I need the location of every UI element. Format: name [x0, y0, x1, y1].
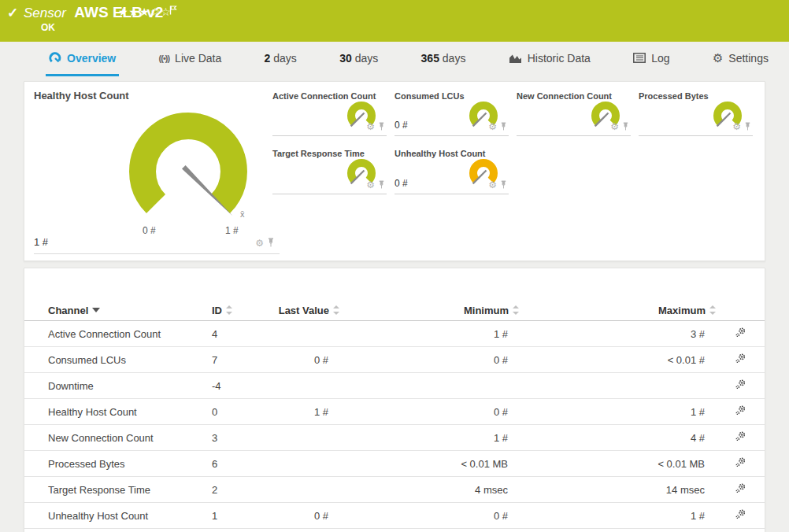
priority-stars[interactable]: ★★★☆☆: [118, 6, 172, 18]
overview-gauges-panel: Healthy Host Count 0 # 1 # x̄ 1 # ⚙ Acti…: [24, 81, 765, 261]
tab-30-days[interactable]: 30 days: [336, 42, 381, 76]
small-gauge-unhealthy-host-count: Unhealthy Host Count 0 # ⚙: [394, 149, 509, 194]
tab-log[interactable]: Log: [630, 42, 672, 76]
gauge-current-value: 0 #: [394, 178, 408, 189]
table-row[interactable]: Unhealthy Host Count 1 0 # 0 # 1 #: [24, 503, 765, 529]
tab-historic-data[interactable]: Historic Data: [506, 42, 594, 76]
channel-maximum: 14 msec: [519, 484, 716, 496]
table-row[interactable]: Processed Bytes 6 < 0.01 MB < 0.01 MB: [24, 451, 765, 477]
sort-icon: [225, 305, 232, 315]
channel-name[interactable]: Target Response Time: [24, 484, 212, 496]
tab-label: days: [273, 52, 297, 65]
pin-icon[interactable]: [500, 120, 507, 134]
tab-overview[interactable]: Overview: [46, 42, 119, 76]
small-gauge-target-response-time: Target Response Time ⚙: [272, 149, 387, 194]
tab-label-prefix: 30: [339, 52, 352, 65]
channel-maximum: 3 #: [519, 328, 716, 340]
channel-name[interactable]: Active Connection Count: [24, 328, 212, 340]
table-row[interactable]: Consumed LCUs 7 0 # 0 # < 0.01 #: [24, 347, 765, 373]
live-data-icon: ((•)): [159, 54, 170, 63]
edit-channel-icon[interactable]: [735, 508, 746, 523]
channel-name[interactable]: Unhealthy Host Count: [24, 510, 212, 522]
channel-maximum: 4 #: [519, 432, 716, 444]
gauge-current-value: 0 #: [394, 120, 408, 131]
channel-table-panel: Channel ID Last Value Minimum Maximum Ac…: [24, 268, 765, 532]
sort-desc-icon: [92, 308, 100, 312]
tab-label-prefix: 365: [421, 52, 439, 65]
tab-365-days[interactable]: 365 days: [418, 42, 469, 76]
pin-icon[interactable]: [744, 120, 751, 134]
channel-maximum: < 0.01 #: [519, 354, 716, 366]
channel-table: Channel ID Last Value Minimum Maximum Ac…: [24, 268, 765, 529]
channel-name[interactable]: Downtime: [24, 380, 212, 392]
stars-empty[interactable]: ☆☆: [150, 6, 172, 18]
channel-id: 3: [212, 432, 257, 444]
sensor-header: ✓ Sensor AWS ELB v2 ★★★☆☆ OK: [0, 0, 789, 42]
channel-minimum: 0 #: [339, 354, 519, 366]
table-row[interactable]: New Connection Count 3 1 # 4 #: [24, 425, 765, 451]
small-gauge-consumed-lcus: Consumed LCUs 0 # ⚙: [394, 91, 509, 136]
log-icon: [633, 53, 646, 63]
column-header-id[interactable]: ID: [212, 305, 257, 316]
edit-channel-icon[interactable]: [735, 353, 746, 367]
column-header-maximum[interactable]: Maximum: [519, 305, 716, 316]
edit-channel-icon[interactable]: [735, 327, 746, 341]
gauge-scale-min: 0 #: [143, 225, 156, 236]
table-row[interactable]: Healthy Host Count 0 1 # 0 # 1 #: [24, 399, 765, 425]
tab-label: Historic Data: [528, 52, 591, 65]
tab-settings[interactable]: ⚙ Settings: [709, 42, 772, 76]
channel-last-value: 0 #: [257, 354, 339, 366]
status-check-icon: ✓: [7, 5, 18, 21]
sort-icon: [709, 305, 716, 315]
channel-minimum: < 0.01 MB: [339, 458, 519, 470]
gauge-settings-gear-icon[interactable]: ⚙: [610, 122, 619, 131]
tab-label: Settings: [728, 52, 769, 65]
tab-label-prefix: 2: [265, 52, 271, 65]
gauge-settings-gear-icon[interactable]: ⚙: [488, 180, 497, 190]
gauge-settings-gear-icon[interactable]: ⚙: [366, 122, 375, 131]
pin-icon[interactable]: [267, 236, 275, 250]
sort-icon: [332, 305, 339, 315]
stars-filled[interactable]: ★★★: [118, 6, 150, 18]
tab-2-days[interactable]: 2 days: [261, 42, 300, 76]
edit-channel-icon[interactable]: [735, 379, 746, 393]
pin-icon[interactable]: [622, 120, 629, 134]
pin-icon[interactable]: [378, 178, 385, 192]
edit-channel-icon[interactable]: [735, 430, 746, 445]
gauge-settings-gear-icon[interactable]: ⚙: [255, 238, 264, 248]
channel-last-value: 1 #: [257, 406, 339, 418]
channel-minimum: 0 #: [339, 406, 519, 418]
channel-id: 2: [212, 484, 257, 496]
channel-minimum: 0 #: [339, 510, 519, 522]
channel-name[interactable]: Healthy Host Count: [24, 406, 212, 418]
tab-label: Overview: [67, 52, 116, 65]
channel-name[interactable]: New Connection Count: [24, 432, 212, 444]
small-gauge-processed-bytes: Processed Bytes ⚙: [639, 91, 753, 136]
gauge-settings-gear-icon[interactable]: ⚙: [732, 122, 741, 131]
channel-name[interactable]: Processed Bytes: [24, 458, 212, 470]
table-header-row: Channel ID Last Value Minimum Maximum: [24, 300, 765, 321]
column-header-channel[interactable]: Channel: [24, 305, 212, 316]
gauge-settings-gear-icon[interactable]: ⚙: [488, 122, 497, 131]
channel-id: 0: [212, 406, 257, 418]
pin-icon[interactable]: [378, 120, 385, 134]
gauge-average-marker: x̄: [240, 209, 245, 219]
column-header-minimum[interactable]: Minimum: [339, 305, 519, 316]
channel-id: 1: [212, 510, 257, 522]
table-row[interactable]: Target Response Time 2 4 msec 14 msec: [24, 477, 765, 503]
table-row[interactable]: Downtime -4: [24, 373, 765, 399]
edit-channel-icon[interactable]: [735, 405, 746, 419]
channel-name[interactable]: Consumed LCUs: [24, 354, 212, 366]
channel-id: -4: [212, 380, 257, 392]
column-header-last-value[interactable]: Last Value: [257, 305, 339, 316]
object-type-label: Sensor: [24, 6, 66, 20]
pin-icon[interactable]: [500, 178, 507, 192]
edit-channel-icon[interactable]: [735, 456, 746, 471]
historic-chart-icon: [509, 53, 522, 64]
edit-channel-icon[interactable]: [735, 482, 746, 497]
tab-live-data[interactable]: ((•)) Live Data: [156, 42, 225, 76]
table-row[interactable]: Active Connection Count 4 1 # 3 #: [24, 321, 765, 347]
gauge-settings-gear-icon[interactable]: ⚙: [366, 180, 375, 190]
channel-id: 7: [212, 354, 257, 366]
gauge-scale-max: 1 #: [225, 225, 239, 236]
